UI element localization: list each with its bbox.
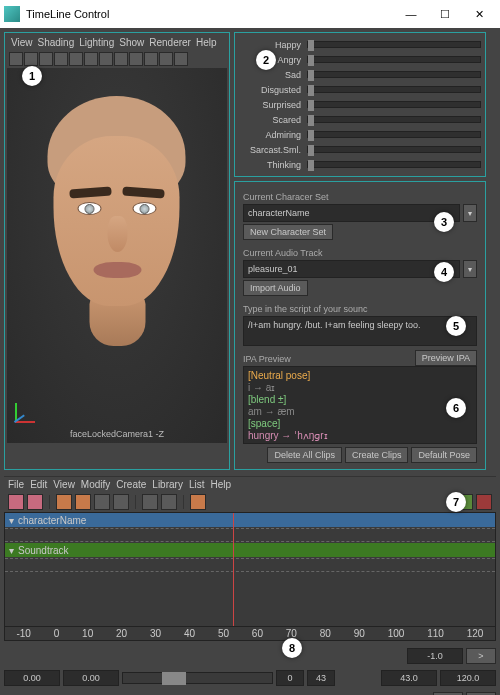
import-audio-button[interactable]: Import Audio bbox=[243, 280, 308, 296]
range-g[interactable]: 120.0 bbox=[440, 670, 496, 686]
expression-slider[interactable] bbox=[307, 146, 481, 153]
default-pose-button[interactable]: Default Pose bbox=[411, 447, 477, 463]
vp-tool-icon[interactable] bbox=[144, 52, 158, 66]
expression-label: Scared bbox=[239, 115, 307, 125]
delete-clips-button[interactable]: Delete All Clips bbox=[267, 447, 342, 463]
track-lane[interactable] bbox=[5, 528, 495, 542]
maximize-button[interactable]: ☐ bbox=[428, 0, 462, 28]
expression-slider-row: Admiring bbox=[239, 127, 481, 142]
track-character: ▾characterName bbox=[5, 513, 495, 527]
expression-label: Thinking bbox=[239, 160, 307, 170]
playhead[interactable] bbox=[233, 513, 234, 626]
callout-1: 1 bbox=[22, 66, 42, 86]
charset-field[interactable]: characterName bbox=[243, 204, 460, 222]
trax-tool-icon[interactable] bbox=[476, 494, 492, 510]
range-e[interactable]: -1.0 bbox=[407, 648, 463, 664]
trax-menu-modify[interactable]: Modify bbox=[81, 479, 110, 490]
trax-tool-icon[interactable] bbox=[113, 494, 129, 510]
vp-menu-view[interactable]: View bbox=[11, 37, 33, 48]
expression-slider[interactable] bbox=[307, 71, 481, 78]
ruler-tick: 120 bbox=[467, 628, 484, 639]
trax-tool-icon[interactable] bbox=[75, 494, 91, 510]
ipa-line: hungry → ˈhʌŋɡrɪ bbox=[248, 430, 472, 442]
vp-tool-icon[interactable] bbox=[99, 52, 113, 66]
vp-menu-help[interactable]: Help bbox=[196, 37, 217, 48]
trax-menu-file[interactable]: File bbox=[8, 479, 24, 490]
expression-slider[interactable] bbox=[307, 116, 481, 123]
vp-tool-icon[interactable] bbox=[84, 52, 98, 66]
trax-menubar: File Edit View Modify Create Library Lis… bbox=[4, 477, 496, 492]
vp-tool-icon[interactable] bbox=[9, 52, 23, 66]
expression-slider[interactable] bbox=[307, 101, 481, 108]
audio-field[interactable]: pleasure_01 bbox=[243, 260, 460, 278]
preview-ipa-button[interactable]: Preview IPA bbox=[415, 350, 477, 366]
trax-menu-help[interactable]: Help bbox=[210, 479, 231, 490]
expression-slider-row: Surprised bbox=[239, 97, 481, 112]
vp-tool-icon[interactable] bbox=[69, 52, 83, 66]
trax-tool-icon[interactable] bbox=[190, 494, 206, 510]
ipa-output[interactable]: [Neutral pose] i → aɪ [blend ±] am → æm … bbox=[243, 366, 477, 444]
expression-label: Surprised bbox=[239, 100, 307, 110]
range-slider[interactable] bbox=[122, 672, 273, 684]
charset-dropdown[interactable] bbox=[463, 204, 477, 222]
callout-5: 5 bbox=[446, 316, 466, 336]
ruler-tick: 10 bbox=[82, 628, 93, 639]
expression-slider[interactable] bbox=[307, 161, 481, 168]
range-a[interactable]: 0.00 bbox=[4, 670, 60, 686]
callout-6: 6 bbox=[446, 398, 466, 418]
expression-slider-row: Thinking bbox=[239, 157, 481, 172]
trax-menu-create[interactable]: Create bbox=[116, 479, 146, 490]
trax-tool-icon[interactable] bbox=[161, 494, 177, 510]
charset-label: Current Characer Set bbox=[243, 192, 477, 202]
expression-label: Admiring bbox=[239, 130, 307, 140]
expression-slider[interactable] bbox=[307, 131, 481, 138]
vp-tool-icon[interactable] bbox=[24, 52, 38, 66]
camera-label: faceLockedCamera1 -Z bbox=[7, 429, 227, 439]
viewport-render[interactable]: faceLockedCamera1 -Z bbox=[7, 68, 227, 443]
trax-menu-view[interactable]: View bbox=[53, 479, 75, 490]
trax-menu-edit[interactable]: Edit bbox=[30, 479, 47, 490]
trax-tool-icon[interactable] bbox=[142, 494, 158, 510]
close-button[interactable]: ✕ bbox=[462, 0, 496, 28]
ipa-label: IPA Preview bbox=[243, 354, 412, 364]
trax-menu-list[interactable]: List bbox=[189, 479, 205, 490]
trax-tool-icon[interactable] bbox=[8, 494, 24, 510]
vp-tool-icon[interactable] bbox=[159, 52, 173, 66]
audio-dropdown[interactable] bbox=[463, 260, 477, 278]
axis-gizmo-icon bbox=[15, 399, 39, 423]
expression-slider[interactable] bbox=[307, 86, 481, 93]
playback-bar: -1.0 > bbox=[0, 645, 500, 667]
trax-menu-library[interactable]: Library bbox=[152, 479, 183, 490]
expression-slider[interactable] bbox=[307, 41, 481, 48]
vp-menu-renderer[interactable]: Renderer bbox=[149, 37, 191, 48]
trax-tracks[interactable]: ▾characterName ▾Soundtrack bbox=[4, 512, 496, 627]
create-clips-button[interactable]: Create Clips bbox=[345, 447, 409, 463]
trax-tool-icon[interactable] bbox=[56, 494, 72, 510]
expression-slider[interactable] bbox=[307, 56, 481, 63]
vp-tool-icon[interactable] bbox=[174, 52, 188, 66]
vp-menu-show[interactable]: Show bbox=[119, 37, 144, 48]
range-f[interactable]: 43.0 bbox=[381, 670, 437, 686]
vp-tool-icon[interactable] bbox=[114, 52, 128, 66]
vp-tool-icon[interactable] bbox=[54, 52, 68, 66]
range-bar: 0.00 0.00 0 43 43.0 120.0 bbox=[0, 667, 500, 689]
vp-menu-lighting[interactable]: Lighting bbox=[79, 37, 114, 48]
minimize-button[interactable]: — bbox=[394, 0, 428, 28]
trax-tool-icon[interactable] bbox=[27, 494, 43, 510]
expression-label: Happy bbox=[239, 40, 307, 50]
vp-tool-icon[interactable] bbox=[39, 52, 53, 66]
expression-slider-row: Disgusted bbox=[239, 82, 481, 97]
callout-8: 8 bbox=[282, 638, 302, 658]
trax-tool-icon[interactable] bbox=[94, 494, 110, 510]
script-textarea[interactable]: /I+am hungry. /but. I+am feeling sleepy … bbox=[243, 316, 477, 346]
play-button[interactable]: > bbox=[466, 648, 496, 664]
app-logo-icon bbox=[4, 6, 20, 22]
range-d: 43 bbox=[307, 670, 335, 686]
range-b[interactable]: 0.00 bbox=[63, 670, 119, 686]
track-lane[interactable] bbox=[5, 558, 495, 572]
ruler-tick: 40 bbox=[184, 628, 195, 639]
vp-tool-icon[interactable] bbox=[129, 52, 143, 66]
time-ruler[interactable]: -100102030405060708090100110120 bbox=[4, 627, 496, 641]
vp-menu-shading[interactable]: Shading bbox=[38, 37, 75, 48]
new-charset-button[interactable]: New Character Set bbox=[243, 224, 333, 240]
